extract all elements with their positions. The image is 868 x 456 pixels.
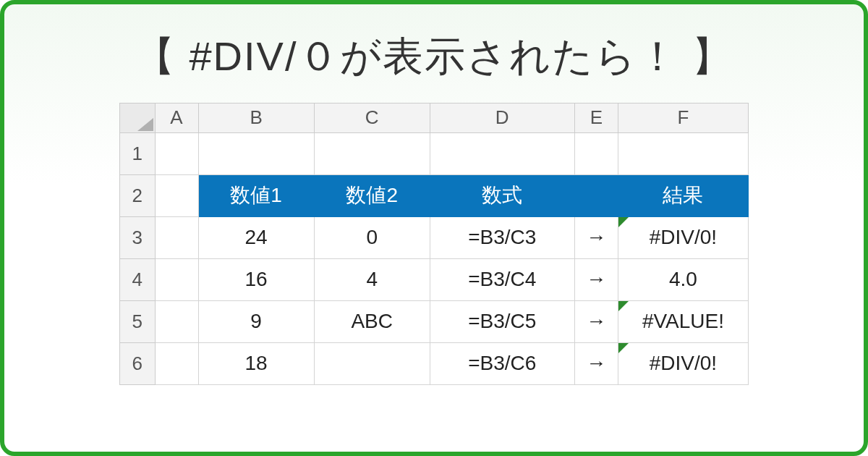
cell-F1[interactable] — [618, 132, 748, 174]
cell-F4[interactable]: 4.0 — [618, 258, 748, 300]
cell-D4[interactable]: =B3/C4 — [430, 258, 574, 300]
row-header-6[interactable]: 6 — [120, 342, 155, 384]
spreadsheet: A B C D E F 1 2 数値1 数 — [119, 103, 749, 385]
cell-A1[interactable] — [155, 132, 198, 174]
cell-F5[interactable]: #VALUE! — [618, 300, 748, 342]
row-1: 1 — [120, 132, 749, 174]
column-header-F[interactable]: F — [618, 104, 748, 132]
cell-B1[interactable] — [198, 132, 314, 174]
cell-B4[interactable]: 16 — [198, 258, 314, 300]
row-2: 2 数値1 数値2 数式 結果 — [120, 174, 749, 216]
cell-A5[interactable] — [155, 300, 198, 342]
cell-B2[interactable]: 数値1 — [198, 174, 314, 216]
cell-D3[interactable]: =B3/C3 — [430, 216, 574, 258]
cell-C5[interactable]: ABC — [314, 300, 430, 342]
row-6: 6 18 =B3/C6 → #DIV/0! — [120, 342, 749, 384]
cell-E3[interactable]: → — [574, 216, 618, 258]
cell-E2[interactable] — [574, 174, 618, 216]
page-title: 【 #DIV/０が表示されたら！ 】 — [135, 30, 733, 85]
cell-C2[interactable]: 数値2 — [314, 174, 430, 216]
cell-C3[interactable]: 0 — [314, 216, 430, 258]
cell-B6[interactable]: 18 — [198, 342, 314, 384]
cell-E1[interactable] — [574, 132, 618, 174]
row-header-3[interactable]: 3 — [120, 216, 155, 258]
column-header-B[interactable]: B — [198, 104, 314, 132]
select-all-corner[interactable] — [120, 104, 155, 132]
column-header-D[interactable]: D — [430, 104, 574, 132]
cell-D6[interactable]: =B3/C6 — [430, 342, 574, 384]
cell-F2[interactable]: 結果 — [618, 174, 748, 216]
cell-A2[interactable] — [155, 174, 198, 216]
cell-C4[interactable]: 4 — [314, 258, 430, 300]
cell-A3[interactable] — [155, 216, 198, 258]
cell-E5[interactable]: → — [574, 300, 618, 342]
column-header-row: A B C D E F — [120, 104, 749, 132]
row-header-2[interactable]: 2 — [120, 174, 155, 216]
cell-E6[interactable]: → — [574, 342, 618, 384]
row-header-4[interactable]: 4 — [120, 258, 155, 300]
spreadsheet-grid: A B C D E F 1 2 数値1 数 — [120, 104, 749, 385]
cell-D1[interactable] — [430, 132, 574, 174]
cell-D5[interactable]: =B3/C5 — [430, 300, 574, 342]
row-header-1[interactable]: 1 — [120, 132, 155, 174]
cell-F6[interactable]: #DIV/0! — [618, 342, 748, 384]
cell-E4[interactable]: → — [574, 258, 618, 300]
cell-D2[interactable]: 数式 — [430, 174, 574, 216]
row-5: 5 9 ABC =B3/C5 → #VALUE! — [120, 300, 749, 342]
cell-F3[interactable]: #DIV/0! — [618, 216, 748, 258]
column-header-A[interactable]: A — [155, 104, 198, 132]
row-3: 3 24 0 =B3/C3 → #DIV/0! — [120, 216, 749, 258]
column-header-E[interactable]: E — [574, 104, 618, 132]
cell-C1[interactable] — [314, 132, 430, 174]
card-frame: 【 #DIV/０が表示されたら！ 】 A B C D E F 1 — [0, 0, 868, 456]
cell-B5[interactable]: 9 — [198, 300, 314, 342]
row-header-5[interactable]: 5 — [120, 300, 155, 342]
column-header-C[interactable]: C — [314, 104, 430, 132]
row-4: 4 16 4 =B3/C4 → 4.0 — [120, 258, 749, 300]
cell-B3[interactable]: 24 — [198, 216, 314, 258]
cell-A6[interactable] — [155, 342, 198, 384]
cell-C6[interactable] — [314, 342, 430, 384]
cell-A4[interactable] — [155, 258, 198, 300]
